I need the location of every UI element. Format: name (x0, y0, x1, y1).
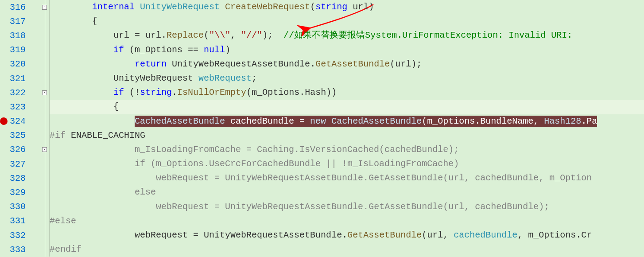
code-line[interactable]: webRequest = UnityWebRequestAssetBundle.… (50, 171, 644, 185)
line-number: 316 (10, 0, 34, 14)
line-number: 331 (10, 214, 34, 228)
code-line[interactable]: webRequest = UnityWebRequestAssetBundle.… (50, 200, 644, 214)
fold-gutter[interactable]: - - - (40, 0, 50, 257)
code-line[interactable]: { (50, 14, 644, 28)
code-line[interactable]: url = url.Replace("\\", "//"); //如果不替换要报… (50, 28, 644, 43)
code-line[interactable]: { (50, 100, 644, 114)
line-number: 327 (10, 157, 34, 171)
line-number: 320 (10, 57, 34, 71)
code-editor[interactable]: 316 317 318 319 320 321 322 323 324 325 … (0, 0, 644, 257)
line-number: 333 (10, 242, 34, 257)
code-line[interactable]: #endif (50, 242, 644, 257)
code-line[interactable]: #if ENABLE_CACHING (50, 128, 644, 143)
line-number: 322 (10, 86, 34, 100)
line-number: 317 (10, 14, 34, 28)
line-number: 324 (10, 114, 34, 128)
code-line[interactable]: #else (50, 214, 644, 228)
line-number-gutter: 316 317 318 319 320 321 322 323 324 325 … (10, 0, 40, 257)
line-number: 325 (10, 128, 34, 143)
code-line[interactable]: webRequest = UnityWebRequestAssetBundle.… (50, 228, 644, 242)
line-number: 329 (10, 185, 34, 199)
line-number: 321 (10, 71, 34, 86)
line-number: 328 (10, 171, 34, 185)
line-number: 332 (10, 228, 34, 242)
line-number: 326 (10, 143, 34, 157)
line-number: 318 (10, 28, 34, 43)
code-line[interactable]: return UnityWebRequestAssetBundle.GetAss… (50, 57, 644, 71)
fold-toggle-icon[interactable]: - (42, 147, 47, 152)
code-line[interactable]: m_IsLoadingFromCache = Caching.IsVersion… (50, 143, 644, 157)
breakpoint-gutter[interactable] (0, 0, 10, 257)
code-line[interactable]: UnityWebRequest webRequest; (50, 71, 644, 86)
code-line[interactable]: if (m_Options == null) (50, 43, 644, 57)
breakpoint-icon[interactable] (0, 117, 8, 125)
code-area[interactable]: internal UnityWebRequest CreateWebReques… (50, 0, 644, 257)
line-number: 323 (10, 100, 34, 114)
fold-toggle-icon[interactable]: - (42, 5, 47, 10)
line-number: 330 (10, 200, 34, 214)
code-line[interactable]: internal UnityWebRequest CreateWebReques… (50, 0, 644, 14)
line-number: 319 (10, 43, 34, 57)
code-line[interactable]: if (m_Options.UseCrcForCachedBundle || !… (50, 157, 644, 171)
fold-toggle-icon[interactable]: - (42, 90, 47, 95)
code-line-selected[interactable]: CachedAssetBundle cachedBundle = new Cac… (50, 114, 644, 128)
code-line[interactable]: else (50, 185, 644, 199)
code-line[interactable]: if (!string.IsNullOrEmpty(m_Options.Hash… (50, 86, 644, 100)
